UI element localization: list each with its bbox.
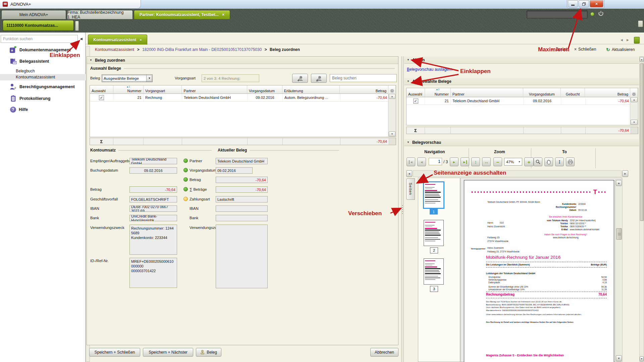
- page-thumbnail-3[interactable]: [424, 258, 444, 285]
- rrow-checkbox[interactable]: ✓: [413, 99, 418, 104]
- zoom-select[interactable]: 47% ▼: [504, 158, 522, 166]
- dropdown-arrow-icon[interactable]: ▼: [146, 75, 152, 82]
- content-tab-kontoumsatzassistent[interactable]: Kontoumsatzassistent ×: [88, 35, 147, 45]
- tool-text-select-button[interactable]: I: [555, 158, 564, 166]
- table-settings-button[interactable]: [388, 85, 396, 94]
- row-checkbox[interactable]: ✓: [99, 95, 104, 100]
- sidebar-item-protokollierung[interactable]: Protokollierung: [0, 95, 86, 102]
- page-badge-1[interactable]: 1: [430, 209, 438, 215]
- tab-scroll-right-icon[interactable]: ►: [626, 38, 630, 42]
- preview-hscroll-right-button[interactable]: ►: [622, 170, 628, 177]
- sidebar-collapse-button[interactable]: ◀: [78, 36, 84, 41]
- rtable-settings-button[interactable]: [630, 88, 638, 97]
- sidebar-item-hilfe[interactable]: ? Hilfe: [0, 107, 86, 113]
- rtable-vscrollbar[interactable]: ▲ ▼: [630, 97, 638, 125]
- geschaeftsvorfall-field[interactable]: FOLGELASTSCHRIFT: [129, 196, 177, 202]
- tab-close-icon[interactable]: ×: [222, 12, 224, 17]
- rcol-partner[interactable]: Partner: [451, 88, 523, 97]
- breadcrumb-account-link[interactable]: 182000 ING-DiBa Frankfurt am Main - DE02…: [142, 47, 262, 52]
- col-betrag[interactable]: Betrag: [340, 85, 388, 94]
- collapse-triangle-icon[interactable]: ▼: [90, 59, 92, 62]
- beleg-suchen-input[interactable]: [330, 74, 396, 82]
- zahlungsart-field[interactable]: Lastschrift: [216, 196, 268, 202]
- col-vorgangsart[interactable]: Vorgangsart: [144, 85, 182, 94]
- zoom-out-button[interactable]: −: [493, 158, 502, 166]
- beleg-zuordnen-header[interactable]: ▼ Beleg zuordnen: [87, 57, 398, 64]
- document-icon[interactable]: [634, 37, 640, 44]
- content-tab-close-icon[interactable]: ×: [140, 38, 142, 42]
- rcol-betrag[interactable]: Betrag: [585, 88, 630, 97]
- beleg-iban-field[interactable]: [216, 205, 268, 212]
- remove-partner-search-button[interactable]: [311, 74, 327, 83]
- sidebar-search-input[interactable]: [1, 35, 77, 43]
- rscroll-down-button[interactable]: ▼: [631, 120, 638, 125]
- beleg-betrag-field[interactable]: -70,64: [216, 177, 268, 183]
- aktualisieren-button[interactable]: ↻ Aktualisieren: [606, 47, 635, 52]
- buchungsdatum-field[interactable]: 09.02.2016: [129, 167, 177, 174]
- seiten-tab[interactable]: Seiten: [406, 178, 415, 200]
- breadcrumb-root[interactable]: Kontoumsatzassistent: [95, 47, 134, 52]
- ausgewaehlte-belege-header[interactable]: ▼ Ausgewählte Belege: [404, 78, 639, 85]
- preview-scroll-up-button[interactable]: ▲: [616, 180, 622, 186]
- sidebar-item-belegbuch[interactable]: Belegbuch: [0, 68, 86, 74]
- col-auswahl[interactable]: Auswahl: [90, 85, 113, 94]
- beleg-bank-field[interactable]: [216, 215, 268, 221]
- beleg-dropdown[interactable]: Ausgewählte Belege ▼: [102, 74, 153, 82]
- beleg-suchen-field[interactable]: [330, 74, 397, 82]
- col-nummer[interactable]: ▲1 Nummer: [113, 85, 144, 94]
- page-thumbnail-2[interactable]: [424, 220, 444, 246]
- rcol-nummer[interactable]: ▲1 Nummer: [425, 88, 451, 97]
- empfaenger-field[interactable]: Telekom Deutschland GmbH: [129, 158, 177, 164]
- beleg-partner-field[interactable]: Telekom Deutschland GmbH: [216, 158, 268, 164]
- id-ref-nr-field[interactable]: MREF+DE000205000610000000 000003701422: [129, 258, 177, 288]
- ausgewaehlte-collapse-icon[interactable]: ▼: [407, 80, 410, 83]
- tab-firma[interactable]: Firma: Buchstellenbezeichnung 1_HEA: [67, 10, 133, 19]
- minimize-button[interactable]: [568, 0, 578, 7]
- fit-width-button[interactable]: ↔: [482, 158, 491, 166]
- preview-vscroll-thumb[interactable]: [616, 228, 622, 240]
- table-vscrollbar[interactable]: ▲ ▼: [388, 94, 396, 137]
- tab-mein-adnova[interactable]: Mein ADNOVA+: [1, 10, 66, 19]
- page-badge-3[interactable]: 3: [430, 286, 438, 292]
- nav-next-page-button[interactable]: ►: [450, 158, 459, 166]
- nav-first-page-button[interactable]: ◄: [407, 158, 415, 166]
- speichern-schliessen-button[interactable]: Speichern + Schließen: [89, 348, 140, 357]
- col-erlaeuterung[interactable]: Erläuterung: [282, 85, 340, 94]
- page-badge-2[interactable]: 2: [430, 247, 438, 253]
- restore-button[interactable]: [579, 0, 589, 7]
- bank-field[interactable]: UniCredit Bank-HypoVereinbk: [129, 215, 177, 221]
- invoice-page[interactable]: T Telekom Deutschland GmbH, PF 300444, 5…: [464, 180, 614, 362]
- scroll-up-button[interactable]: ▲: [389, 94, 395, 99]
- sidebar-item-kontoumsatzassistent[interactable]: Kontoumsatzassistent: [0, 74, 86, 80]
- panel-splitter[interactable]: [401, 56, 404, 362]
- quick-search-box[interactable]: [527, 10, 588, 18]
- page-number-input[interactable]: [429, 158, 442, 165]
- logout-button[interactable]: [598, 10, 604, 18]
- tab-partner-active[interactable]: Partner: Kontoumsatzassistent, Testbet..…: [134, 10, 230, 19]
- belegvorschau-auslagern-link[interactable]: Belegvorschau auslagern: [407, 67, 452, 72]
- scroll-down-button[interactable]: ▼: [389, 131, 395, 136]
- rscroll-up-button[interactable]: ▲: [631, 97, 638, 102]
- rp-scroll-down-button[interactable]: ▼: [640, 356, 644, 361]
- page-thumbnail-1[interactable]: [423, 181, 444, 209]
- preview-scroll-down-button[interactable]: ▼: [616, 355, 622, 361]
- rcol-auswahl[interactable]: Auswahl: [407, 88, 425, 97]
- preview-vscrollbar[interactable]: ▲ ▼: [615, 179, 623, 362]
- belege-table-row[interactable]: ✓ 21 Rechnung Telekom Deutschland GmbH 0…: [90, 94, 396, 102]
- aktion-header[interactable]: ▼ Aktion: [404, 56, 639, 64]
- nav-last-page-button[interactable]: ►: [461, 158, 469, 166]
- vorschau-collapse-icon[interactable]: ▼: [407, 141, 410, 144]
- schliessen-button[interactable]: × Schließen: [574, 47, 596, 52]
- quickbar-scroll-nub[interactable]: [75, 21, 79, 31]
- tool-print-button[interactable]: [566, 158, 575, 166]
- nav-prev-page-button[interactable]: ◄: [417, 158, 426, 166]
- sidebar-search[interactable]: [1, 35, 78, 43]
- beleg-button[interactable]: Beleg: [196, 348, 221, 357]
- aktion-collapse-icon[interactable]: ▼: [407, 58, 410, 61]
- tool-search-button[interactable]: [534, 158, 542, 166]
- iban-field[interactable]: DE68 7002 0270 0667 3022 69: [129, 205, 177, 212]
- tool-pan-button[interactable]: [544, 158, 553, 166]
- tab-scroll-left-icon[interactable]: ◄: [620, 38, 624, 42]
- beleg-summe-field[interactable]: -70,64: [216, 186, 268, 193]
- speichern-naechster-button[interactable]: Speichern + Nächster: [143, 348, 193, 357]
